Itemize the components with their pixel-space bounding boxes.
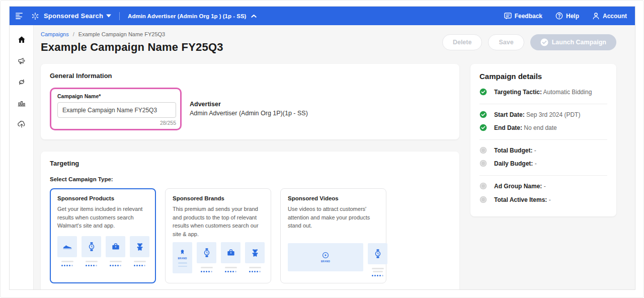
- campaign-type-sponsored-products[interactable]: Sponsored Products Get your items includ…: [50, 188, 156, 283]
- status-pending-icon: [479, 182, 487, 190]
- skeleton-line: [225, 267, 237, 268]
- status-pending-icon: [479, 196, 487, 203]
- account-icon: [592, 12, 600, 20]
- status-done-icon: [479, 88, 487, 96]
- detail-label: End Date:: [494, 124, 522, 131]
- detail-label: Daily Budget:: [494, 160, 533, 167]
- type-title: Sponsored Videos: [288, 195, 379, 201]
- left-sidebar: [10, 25, 34, 290]
- campaign-details-heading: Campaign details: [479, 72, 607, 81]
- top-navigation-bar: Sponsored Search Admin Advertiser (Admin…: [10, 7, 635, 25]
- main-content: Campaigns / Example Campaign Name FY25Q3…: [34, 25, 635, 290]
- rating-stars: [110, 265, 122, 266]
- watch-icon: [82, 236, 101, 257]
- advertiser-selector[interactable]: Admin Advertiser (Admin Org 1p ) (1p - S…: [128, 13, 257, 19]
- menu-hamburger-icon[interactable]: [16, 13, 24, 20]
- detail-label: Targeting Tactic:: [494, 89, 542, 96]
- type-title: Sponsored Products: [57, 195, 148, 201]
- select-campaign-type-label: Select Campaign Type:: [50, 176, 450, 182]
- launch-campaign-label: Launch Campaign: [552, 39, 606, 46]
- chevron-up-icon: [251, 14, 257, 18]
- page-title: Example Campaign Name FY25Q3: [41, 41, 223, 54]
- skeleton-line: [61, 261, 73, 262]
- rating-stars: [249, 271, 261, 272]
- brand-label: BRAND: [178, 257, 187, 260]
- general-information-card: General Information Campaign Name* 28/25…: [41, 64, 459, 139]
- topbar-divider: [119, 12, 120, 20]
- shoe-icon: [57, 236, 77, 257]
- account-button[interactable]: Account: [592, 12, 627, 20]
- sidebar-item-upload[interactable]: [17, 120, 26, 129]
- advertiser-value: Admin Advertiser (Admin Org 1P)(1p - SS): [190, 110, 308, 117]
- toolbox-icon: [221, 242, 240, 263]
- advertiser-selector-label: Admin Advertiser (Admin Org 1p ) (1p - S…: [128, 13, 246, 19]
- detail-value: Automatic Bidding: [543, 89, 592, 96]
- launch-campaign-button[interactable]: Launch Campaign: [530, 34, 616, 50]
- sidebar-item-reports[interactable]: [17, 99, 26, 108]
- detail-row-end-date: End Date: No end date: [479, 124, 607, 132]
- targeting-heading: Targeting: [50, 160, 450, 167]
- video-brand-tile: BRAND: [288, 243, 363, 271]
- help-icon: [555, 12, 563, 20]
- skeleton-line: [249, 267, 261, 268]
- skeleton-line: [134, 261, 146, 262]
- app-window: Sponsored Search Admin Advertiser (Admin…: [9, 6, 635, 290]
- breadcrumb-separator: /: [73, 31, 74, 37]
- help-button[interactable]: Help: [555, 12, 579, 20]
- type-description: Use videos to attract customers' attenti…: [288, 205, 379, 230]
- brand-label: BRAND: [321, 260, 330, 263]
- toolbox-icon: [106, 236, 125, 257]
- type-title: Sponsored Brands: [173, 195, 264, 201]
- general-information-heading: General Information: [50, 72, 450, 80]
- rating-stars: [134, 265, 146, 266]
- save-button[interactable]: Save: [488, 34, 524, 50]
- detail-row-start-date: Start Date: Sep 3rd 2024 (PDT): [479, 111, 607, 119]
- watch-icon: [197, 242, 216, 263]
- rating-stars: [372, 275, 384, 276]
- skeleton-line: [86, 261, 98, 262]
- campaign-name-input[interactable]: [57, 102, 176, 118]
- walmart-spark-logo-icon: [31, 12, 40, 21]
- campaign-type-sponsored-videos[interactable]: Sponsored Videos Use videos to attract c…: [280, 188, 386, 283]
- sidebar-item-home[interactable]: [17, 35, 26, 44]
- detail-value: Sep 3rd 2024 (PDT): [526, 111, 580, 118]
- breadcrumb: Campaigns / Example Campaign Name FY25Q3: [41, 31, 223, 37]
- feedback-icon: [504, 13, 512, 20]
- divider: [479, 139, 607, 140]
- advertiser-label: Advertiser: [190, 101, 308, 108]
- chevron-down-icon[interactable]: [106, 14, 111, 18]
- detail-row-targeting-tactic: Targeting Tactic: Automatic Bidding: [479, 89, 607, 97]
- campaign-name-label: Campaign Name*: [57, 93, 174, 99]
- advertiser-info: Advertiser Admin Advertiser (Admin Org 1…: [190, 101, 308, 130]
- detail-value: -: [534, 147, 536, 154]
- divider: [479, 175, 607, 176]
- product-name[interactable]: Sponsored Search: [44, 12, 103, 20]
- campaign-type-sponsored-brands[interactable]: Sponsored Brands This premium ad sends y…: [165, 188, 271, 283]
- account-label: Account: [603, 13, 627, 20]
- type-description: This premium ad sends your brand and pro…: [173, 205, 264, 238]
- watch-icon: [368, 243, 387, 264]
- detail-value: -: [549, 196, 551, 203]
- detail-label: Total Budget:: [494, 147, 532, 154]
- detail-value: -: [535, 160, 537, 167]
- detail-label: Total Active Items:: [494, 196, 547, 203]
- breadcrumb-campaigns-link[interactable]: Campaigns: [41, 31, 69, 37]
- detail-value: -: [544, 183, 546, 190]
- skeleton-line: [201, 267, 213, 268]
- detail-label: Start Date:: [494, 111, 525, 118]
- status-done-icon: [479, 124, 487, 131]
- breadcrumb-current: Example Campaign Name FY25Q3: [78, 31, 165, 37]
- sidebar-item-sync[interactable]: [17, 78, 26, 87]
- status-done-icon: [479, 111, 487, 118]
- detail-value: No end date: [524, 124, 556, 131]
- sidebar-item-campaigns[interactable]: [17, 56, 26, 65]
- status-pending-icon: [479, 146, 487, 154]
- type-description: Get your items included in relevant resu…: [57, 205, 148, 230]
- skeleton-line: [373, 271, 383, 272]
- skeleton-line: [110, 261, 122, 262]
- skeleton-line: [372, 268, 384, 269]
- delete-button[interactable]: Delete: [442, 34, 482, 50]
- rating-stars: [86, 265, 98, 266]
- feedback-button[interactable]: Feedback: [504, 13, 542, 20]
- char-counter: 28/255: [57, 120, 176, 126]
